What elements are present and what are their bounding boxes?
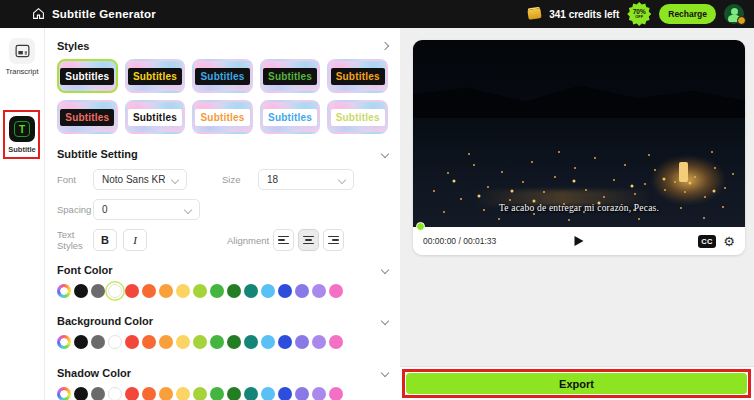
sidebar-item-transcript[interactable]: Transcript (5, 38, 38, 76)
color-swatch[interactable] (159, 284, 173, 298)
video-preview[interactable]: Te acabo de entregar mi corazón, Pecas. (413, 40, 745, 227)
color-swatch[interactable] (176, 387, 190, 400)
color-swatch[interactable] (74, 387, 88, 400)
color-swatch[interactable] (125, 335, 139, 349)
color-swatch[interactable] (329, 387, 343, 400)
play-button[interactable] (575, 236, 584, 246)
color-swatch[interactable] (210, 335, 224, 349)
sidebar-item-label: Transcript (5, 67, 38, 76)
color-swatch[interactable] (159, 387, 173, 400)
size-select[interactable]: 18 (258, 169, 354, 190)
export-button[interactable]: Export (406, 373, 747, 394)
color-swatch[interactable] (142, 284, 156, 298)
cc-button[interactable]: CC (698, 235, 717, 248)
chevron-down-icon[interactable] (381, 150, 389, 158)
color-swatch[interactable] (261, 284, 275, 298)
chevron-down-icon[interactable] (381, 369, 389, 377)
subtitle-setting-header: Subtitle Setting (57, 148, 388, 160)
style-tile[interactable]: Subtitles (260, 59, 321, 93)
style-tile[interactable]: Subtitles (327, 100, 388, 134)
color-swatch[interactable] (312, 284, 326, 298)
color-swatch[interactable] (261, 387, 275, 400)
color-picker-swatch[interactable] (57, 387, 71, 400)
style-tile[interactable]: Subtitles (57, 100, 118, 134)
color-swatch[interactable] (227, 387, 241, 400)
color-swatch[interactable] (74, 284, 88, 298)
spacing-select[interactable]: 0 (93, 199, 200, 220)
spacing-row: Spacing 0 (57, 199, 388, 220)
color-swatch[interactable] (261, 335, 275, 349)
color-swatch[interactable] (278, 284, 292, 298)
color-swatch[interactable] (210, 284, 224, 298)
color-swatch[interactable] (329, 335, 343, 349)
chevron-right-icon[interactable] (381, 42, 389, 50)
city-glow (651, 156, 725, 204)
color-swatch[interactable] (142, 335, 156, 349)
color-swatch[interactable] (295, 335, 309, 349)
vip-badge-icon (737, 16, 746, 25)
time-display: 00:00:00 / 00:01:33 (423, 236, 496, 246)
color-swatch[interactable] (278, 387, 292, 400)
color-swatch[interactable] (74, 335, 88, 349)
color-swatch[interactable] (108, 387, 122, 400)
color-swatch[interactable] (91, 387, 105, 400)
style-tile[interactable]: Subtitles (57, 59, 118, 93)
style-tile[interactable]: Subtitles (327, 59, 388, 93)
recharge-button[interactable]: Recharge (659, 4, 716, 24)
align-left-button[interactable] (273, 229, 294, 251)
home-icon[interactable] (32, 7, 45, 22)
subtitle-icon: T (9, 116, 35, 142)
italic-button[interactable]: I (123, 229, 147, 251)
align-center-button[interactable] (298, 229, 319, 251)
export-bar: Export (400, 366, 754, 400)
settings-panel: Styles SubtitlesSubtitlesSubtitlesSubtit… (45, 28, 400, 400)
color-swatch[interactable] (91, 284, 105, 298)
color-swatch[interactable] (108, 284, 122, 298)
color-swatch[interactable] (159, 335, 173, 349)
color-swatch[interactable] (176, 284, 190, 298)
align-right-button[interactable] (323, 229, 344, 251)
color-swatch[interactable] (125, 387, 139, 400)
color-swatch[interactable] (210, 387, 224, 400)
color-swatch[interactable] (312, 335, 326, 349)
style-tile[interactable]: Subtitles (260, 100, 321, 134)
color-swatch[interactable] (125, 284, 139, 298)
color-picker-swatch[interactable] (57, 335, 71, 349)
style-tile-text: Subtitles (263, 109, 317, 126)
settings-gear-icon[interactable]: ⚙ (723, 235, 735, 248)
avatar[interactable] (724, 4, 744, 24)
color-picker-swatch[interactable] (57, 284, 71, 298)
bold-button[interactable]: B (93, 229, 117, 251)
sidebar-item-subtitle[interactable]: T Subtitle (8, 116, 36, 154)
color-swatch[interactable] (227, 284, 241, 298)
shadow-color-header: Shadow Color (57, 367, 388, 379)
font-select[interactable]: Noto Sans KR (93, 169, 187, 190)
color-swatch[interactable] (244, 387, 258, 400)
color-swatch[interactable] (312, 387, 326, 400)
color-swatch[interactable] (278, 335, 292, 349)
color-swatch[interactable] (329, 284, 343, 298)
color-swatch[interactable] (244, 284, 258, 298)
style-tile[interactable]: Subtitles (192, 59, 253, 93)
color-swatch[interactable] (295, 284, 309, 298)
color-swatch[interactable] (295, 387, 309, 400)
style-tile[interactable]: Subtitles (125, 100, 186, 134)
shadow-color-title: Shadow Color (57, 367, 131, 379)
credits-label: 341 credits left (549, 9, 619, 20)
chevron-down-icon[interactable] (381, 266, 389, 274)
alignment-label: Alignment (227, 235, 273, 246)
color-swatch[interactable] (108, 335, 122, 349)
color-swatch[interactable] (193, 284, 207, 298)
style-tile[interactable]: Subtitles (125, 59, 186, 93)
color-swatch[interactable] (227, 335, 241, 349)
chevron-down-icon[interactable] (381, 317, 389, 325)
style-tile[interactable]: Subtitles (192, 100, 253, 134)
color-swatch[interactable] (193, 387, 207, 400)
color-swatch[interactable] (142, 387, 156, 400)
background-color-title: Background Color (57, 315, 153, 327)
color-swatch[interactable] (91, 335, 105, 349)
color-swatch[interactable] (244, 335, 258, 349)
playhead-dot[interactable] (416, 222, 425, 231)
color-swatch[interactable] (176, 335, 190, 349)
color-swatch[interactable] (193, 335, 207, 349)
